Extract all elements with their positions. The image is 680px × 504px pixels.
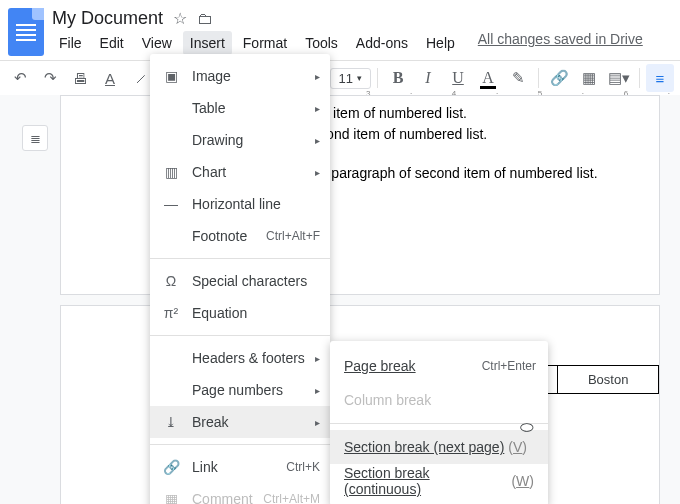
italic-button[interactable]: I (414, 64, 442, 92)
table-cell: Boston (557, 366, 658, 394)
menu-tools[interactable]: Tools (298, 31, 345, 55)
chevron-right-icon: ▸ (315, 167, 320, 178)
chevron-right-icon: ▸ (315, 135, 320, 146)
menu-headers-footers[interactable]: Headers & footers▸ (150, 342, 330, 374)
menu-view[interactable]: View (135, 31, 179, 55)
bold-button[interactable]: B (384, 64, 412, 92)
app-header: My Document ☆ 🗀 File Edit View Insert Fo… (0, 0, 680, 56)
menu-footnote[interactable]: FootnoteCtrl+Alt+F (150, 220, 330, 252)
menu-insert[interactable]: Insert (183, 31, 232, 55)
star-icon[interactable]: ☆ (173, 9, 187, 28)
menu-edit[interactable]: Edit (93, 31, 131, 55)
insert-menu-dropdown: ▣Image▸ Table▸ Drawing▸ ▥Chart▸ —Horizon… (150, 54, 330, 504)
separator (538, 68, 539, 88)
menu-comment: ▦CommentCtrl+Alt+M (150, 483, 330, 504)
highlight-icon[interactable]: ✎ (504, 64, 532, 92)
menu-image[interactable]: ▣Image▸ (150, 60, 330, 92)
underline-button[interactable]: U (444, 64, 472, 92)
menu-format[interactable]: Format (236, 31, 294, 55)
list-item[interactable]: Second item of numbered list. (302, 124, 598, 145)
menu-special-characters[interactable]: ΩSpecial characters (150, 265, 330, 297)
chevron-right-icon: ▸ (315, 353, 320, 364)
submenu-page-break[interactable]: Page breakCtrl+Enter (330, 349, 548, 383)
separator (150, 444, 330, 445)
print-icon[interactable]: 🖶 (66, 64, 94, 92)
omega-icon: Ω (162, 273, 180, 289)
separator (150, 258, 330, 259)
redo-icon[interactable]: ↷ (36, 64, 64, 92)
menu-bar: File Edit View Insert Format Tools Add-o… (52, 31, 643, 55)
menu-link[interactable]: 🔗LinkCtrl+K (150, 451, 330, 483)
save-status[interactable]: All changes saved in Drive (478, 31, 643, 55)
separator (150, 335, 330, 336)
menu-help[interactable]: Help (419, 31, 462, 55)
menu-horizontal-line[interactable]: —Horizontal line (150, 188, 330, 220)
separator (330, 423, 548, 424)
chart-icon: ▥ (162, 164, 180, 180)
font-size-select[interactable]: 11▾ (330, 68, 371, 89)
mouse-cursor-icon: ⬭ (520, 418, 534, 436)
image-icon: ▣ (162, 68, 180, 84)
submenu-column-break: Column break (330, 383, 548, 417)
outline-toggle-icon[interactable]: ≣ (22, 125, 48, 151)
move-folder-icon[interactable]: 🗀 (197, 10, 213, 28)
chevron-right-icon: ▸ (315, 103, 320, 114)
menu-equation[interactable]: π²Equation (150, 297, 330, 329)
menu-addons[interactable]: Add-ons (349, 31, 415, 55)
document-title[interactable]: My Document (52, 8, 163, 29)
chevron-right-icon: ▸ (315, 417, 320, 428)
menu-break[interactable]: ⤓Break▸ (150, 406, 330, 438)
link-icon: 🔗 (162, 459, 180, 475)
undo-icon[interactable]: ↶ (6, 64, 34, 92)
list-item[interactable]: First item of numbered list. (302, 103, 598, 124)
align-button[interactable]: ≡ (646, 64, 674, 92)
menu-page-numbers[interactable]: Page numbers▸ (150, 374, 330, 406)
submenu-section-break-continuous[interactable]: Section break (continuous)(W) (330, 464, 548, 498)
spellcheck-icon[interactable]: A (96, 64, 124, 92)
separator (377, 68, 378, 88)
menu-table[interactable]: Table▸ (150, 92, 330, 124)
text-color-button[interactable]: A (474, 64, 502, 92)
submenu-section-break-next-page[interactable]: Section break (next page)(V) (330, 430, 548, 464)
image-insert-icon[interactable]: ▤▾ (605, 64, 633, 92)
separator (639, 68, 640, 88)
link-icon[interactable]: 🔗 (545, 64, 573, 92)
pi-icon: π² (162, 305, 180, 321)
break-submenu: Page breakCtrl+Enter Column break Sectio… (330, 341, 548, 504)
menu-chart[interactable]: ▥Chart▸ (150, 156, 330, 188)
break-icon: ⤓ (162, 414, 180, 430)
comment-icon[interactable]: ▦ (575, 64, 603, 92)
chevron-right-icon: ▸ (315, 71, 320, 82)
docs-logo-icon[interactable] (8, 8, 44, 56)
comment-icon: ▦ (162, 491, 180, 504)
chevron-right-icon: ▸ (315, 385, 320, 396)
menu-file[interactable]: File (52, 31, 89, 55)
line-icon: — (162, 196, 180, 212)
menu-drawing[interactable]: Drawing▸ (150, 124, 330, 156)
